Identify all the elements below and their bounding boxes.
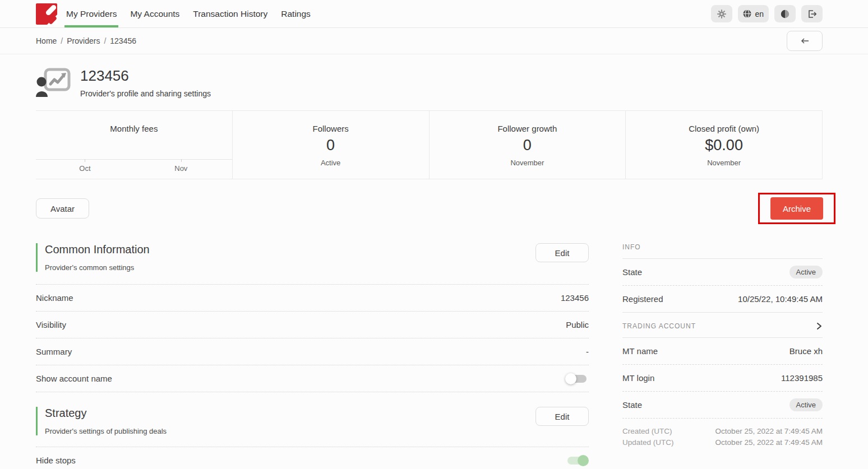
- row-created-utc: Created (UTC) October 25, 2022 at 7:49:4…: [622, 426, 823, 437]
- info-heading-label: INFO: [622, 243, 641, 251]
- breadcrumb-current: 123456: [110, 36, 136, 45]
- common-information-edit-button[interactable]: Edit: [535, 243, 589, 262]
- top-navbar: My Providers My Accounts Transaction His…: [0, 0, 868, 28]
- page-header: 123456 Provider's profile and sharing se…: [0, 54, 868, 101]
- info-panel: INFO State Active Registered 10/25/22, 1…: [622, 243, 823, 469]
- timestamps-block: Created (UTC) October 25, 2022 at 7:49:4…: [622, 426, 823, 448]
- breadcrumb-home[interactable]: Home: [36, 36, 57, 45]
- breadcrumb-providers[interactable]: Providers: [67, 36, 100, 45]
- actions-row: Avatar Archive: [0, 179, 868, 224]
- chart-tick-label: Nov: [174, 164, 187, 173]
- common-information-subtitle: Provider's common settings: [45, 263, 150, 272]
- stat-followers: Followers 0 Active: [233, 111, 430, 179]
- stat-follower-growth: Follower growth 0 November: [430, 111, 626, 179]
- row-updated-utc: Updated (UTC) October 25, 2022 at 7:49:4…: [622, 437, 823, 448]
- stat-closed-profit: Closed profit (own) $0.00 November: [626, 111, 822, 179]
- toggle-knob: [565, 373, 576, 384]
- row-value: 112391985: [781, 373, 823, 383]
- row-show-account-name: Show account name: [36, 365, 589, 392]
- row-registered: Registered 10/25/22, 10:49:45 AM: [622, 286, 823, 313]
- row-label: Updated (UTC): [622, 437, 674, 448]
- main-content: Common Information Provider's common set…: [0, 243, 868, 469]
- row-label: Registered: [622, 294, 663, 304]
- row-value: Public: [566, 320, 589, 329]
- row-label: MT login: [622, 373, 654, 383]
- gear-icon: [717, 10, 726, 18]
- provider-avatar-icon: [36, 68, 71, 97]
- info-heading: INFO: [622, 243, 823, 259]
- archive-highlight-annotation: Archive: [758, 193, 835, 224]
- chart-axis: [36, 159, 232, 160]
- stats-band: Monthly fees Oct Nov Followers 0 Active …: [36, 110, 823, 179]
- row-state: State Active: [622, 259, 823, 286]
- row-label: Nickname: [36, 293, 73, 303]
- strategy-title: Strategy: [45, 407, 167, 420]
- trading-account-header[interactable]: TRADING ACCOUNT: [622, 313, 823, 338]
- main-nav: My Providers My Accounts Transaction His…: [66, 0, 311, 27]
- common-information-list: Nickname 123456 Visibility Public Summar…: [36, 284, 589, 392]
- arrow-left-icon: [800, 36, 810, 45]
- row-hide-stops: Hide stops: [36, 447, 589, 469]
- language-code: en: [755, 10, 764, 18]
- archive-button[interactable]: Archive: [770, 197, 823, 220]
- nav-my-accounts[interactable]: My Accounts: [130, 0, 179, 27]
- row-value: 10/25/22, 10:49:45 AM: [738, 294, 823, 304]
- row-label: Show account name: [36, 374, 112, 383]
- strategy-edit-button[interactable]: Edit: [535, 407, 589, 426]
- nav-transaction-history[interactable]: Transaction History: [193, 0, 267, 27]
- avatar-button[interactable]: Avatar: [36, 198, 89, 219]
- logout-icon: [807, 10, 817, 18]
- row-label: Hide stops: [36, 456, 76, 465]
- theme-contrast-button[interactable]: [774, 5, 796, 22]
- toggle-knob: [578, 455, 589, 466]
- state-badge: Active: [789, 266, 823, 278]
- page-title: 123456: [80, 68, 211, 85]
- chart-tick: [181, 159, 182, 162]
- strategy-list: Hide stops: [36, 447, 589, 469]
- common-information-header: Common Information Provider's common set…: [36, 243, 589, 272]
- row-label: MT name: [622, 346, 658, 356]
- row-value: October 25, 2022 at 7:49:45 AM: [715, 426, 823, 437]
- common-information-title: Common Information: [45, 243, 150, 256]
- app-logo-icon[interactable]: [36, 3, 57, 25]
- back-button[interactable]: [787, 31, 823, 51]
- state-badge: Active: [789, 398, 823, 411]
- section-title-block: Common Information Provider's common set…: [36, 243, 150, 272]
- row-label: Summary: [36, 347, 72, 356]
- show-account-name-toggle[interactable]: [567, 375, 587, 383]
- chart-tick: [85, 159, 85, 162]
- row-value: 123456: [561, 293, 589, 303]
- row-mt-login: MT login 112391985: [622, 365, 823, 392]
- row-label: Visibility: [36, 320, 66, 329]
- settings-column: Common Information Provider's common set…: [36, 243, 589, 469]
- strategy-subtitle: Provider's settings of publishing deals: [45, 427, 167, 435]
- stat-value: 0: [326, 137, 335, 154]
- breadcrumb-separator: /: [61, 36, 63, 45]
- chart-tick-label: Oct: [79, 164, 90, 173]
- navbar-actions: en: [711, 0, 823, 27]
- contrast-icon: [781, 10, 789, 18]
- provider-profile-page: My Providers My Accounts Transaction His…: [0, 0, 868, 469]
- row-nickname: Nickname 123456: [36, 285, 589, 312]
- column-gap: [589, 243, 622, 469]
- row-mt-name: MT name Bruce xh: [622, 338, 823, 365]
- settings-button[interactable]: [711, 5, 732, 22]
- hide-stops-toggle[interactable]: [567, 457, 587, 465]
- nav-my-providers[interactable]: My Providers: [66, 0, 117, 27]
- row-ta-state: State Active: [622, 392, 823, 419]
- nav-ratings[interactable]: Ratings: [281, 0, 311, 27]
- section-title-block: Strategy Provider's settings of publishi…: [36, 407, 167, 435]
- row-summary: Summary -: [36, 338, 589, 365]
- stat-title: Followers: [313, 124, 349, 133]
- page-header-text: 123456 Provider's profile and sharing se…: [80, 68, 211, 98]
- strategy-header: Strategy Provider's settings of publishi…: [36, 407, 589, 435]
- row-label: State: [622, 400, 642, 410]
- language-button[interactable]: en: [738, 5, 769, 22]
- chevron-right-icon: [816, 322, 823, 330]
- stat-title: Monthly fees: [110, 124, 158, 133]
- page-subtitle: Provider's profile and sharing settings: [80, 89, 211, 98]
- row-value: Bruce xh: [789, 346, 823, 356]
- logout-button[interactable]: [801, 5, 823, 22]
- stat-monthly-fees: Monthly fees Oct Nov: [36, 111, 233, 179]
- breadcrumb: Home / Providers / 123456: [36, 36, 136, 45]
